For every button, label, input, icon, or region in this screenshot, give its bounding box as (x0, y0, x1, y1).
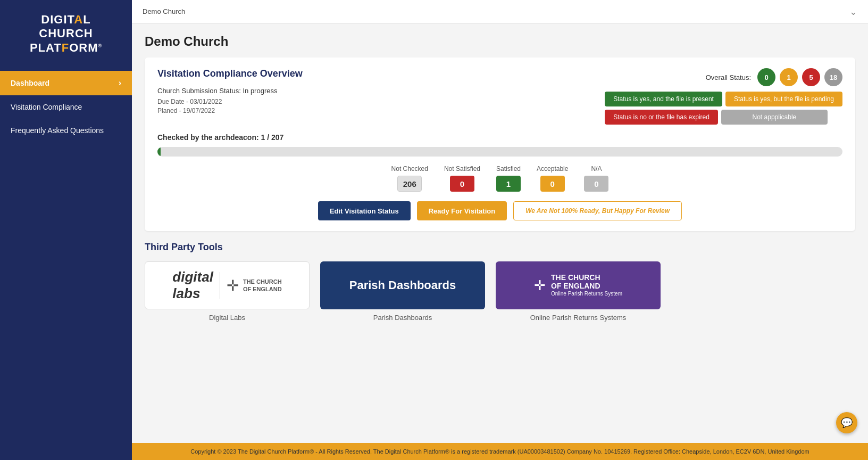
overall-status-row: Overall Status: 0 1 5 18 (706, 68, 842, 86)
chat-bubble[interactable]: 💬 (836, 412, 857, 433)
sidebar-item-faq-label: Frequently Asked Questions (11, 126, 104, 135)
sidebar: DIGITAL CHURCH PLATFORM® Dashboard › Vis… (0, 0, 132, 460)
breadcrumb: Demo Church (143, 7, 185, 15)
count-acceptable: Acceptable 0 (537, 165, 568, 192)
england-logo: ✛ THE CHURCHOF ENGLAND Online Parish Ret… (534, 273, 622, 298)
digital-labs-card[interactable]: digitallabs ✛ THE CHURCH OF ENGLAND (145, 261, 310, 309)
count-not-satisfied: Not Satisfied 0 (444, 165, 480, 192)
chat-icon: 💬 (841, 417, 853, 429)
status-badge-yellow: 1 (780, 68, 798, 86)
sidebar-item-faq[interactable]: Frequently Asked Questions (0, 119, 132, 142)
sidebar-item-dashboard[interactable]: Dashboard › (0, 71, 132, 95)
sidebar-logo: DIGITAL CHURCH PLATFORM® (0, 0, 132, 65)
third-party-section: Third Party Tools digitallabs ✛ T (145, 242, 855, 322)
online-parish-card[interactable]: ✛ THE CHURCHOF ENGLAND Online Parish Ret… (496, 261, 661, 309)
sidebar-nav: Dashboard › Visitation Compliance Freque… (0, 71, 132, 142)
legend-row-1: Status is yes, and the file is present S… (605, 92, 842, 106)
compliance-right: Overall Status: 0 1 5 18 (594, 68, 842, 125)
content-area: Demo Church Visitation Compliance Overvi… (132, 23, 868, 443)
digital-labs-text: digitallabs (172, 269, 213, 302)
main-content: Demo Church ⌄ Demo Church Visitation Com… (132, 0, 868, 460)
footer-text: Copyright © 2023 The Digital Church Plat… (190, 448, 809, 455)
status-badge-green: 0 (757, 68, 775, 86)
not-ready-button[interactable]: We Are Not 100% Ready, But Happy For Rev… (513, 201, 682, 220)
logo-text: DIGITAL CHURCH PLATFORM® (11, 13, 121, 55)
progress-label: Checked by the archdeacon: 1 / 207 (157, 133, 842, 142)
legend-red: Status is no or the file has expired (605, 110, 718, 125)
legend-gray: Not appplicable (721, 110, 828, 125)
compliance-header: Visitation Compliance Overview Church Su… (157, 68, 842, 125)
status-badge-red: 5 (802, 68, 820, 86)
sidebar-item-visitation-compliance[interactable]: Visitation Compliance (0, 95, 132, 119)
church-england-logo: ✛ THE CHURCH OF ENGLAND (227, 277, 282, 294)
status-counts: Not Checked 206 Not Satisfied 0 (157, 165, 842, 192)
compliance-left: Visitation Compliance Overview Church Su… (157, 68, 303, 114)
progress-bar-fill (157, 147, 161, 157)
legend-yellow: Status is yes, but the file is pending (725, 92, 842, 106)
chevron-right-icon: › (119, 78, 121, 88)
parish-dashboards-text: Parish Dashboards (349, 278, 456, 292)
action-buttons: Edit Visitation Status Ready For Visitat… (157, 201, 842, 220)
england-text-block: THE CHURCHOF ENGLAND Online Parish Retur… (551, 273, 622, 298)
third-party-title: Third Party Tools (145, 242, 855, 253)
tool-parish-dashboards: Parish Dashboards Parish Dashboards (320, 261, 485, 322)
cross-icon: ✛ (227, 277, 239, 294)
parish-dashboards-card[interactable]: Parish Dashboards (320, 261, 485, 309)
due-date: Due Date - 03/01/2022 (157, 98, 303, 105)
top-bar: Demo Church ⌄ (132, 0, 868, 23)
legend-green: Status is yes, and the file is present (605, 92, 722, 106)
count-badge-not-satisfied: 0 (450, 176, 474, 192)
sidebar-item-visitation-label: Visitation Compliance (11, 103, 82, 111)
visitation-compliance-card: Visitation Compliance Overview Church Su… (145, 58, 855, 231)
footer: Copyright © 2023 The Digital Church Plat… (132, 443, 868, 460)
legend-row-2: Status is no or the file has expired Not… (605, 110, 842, 125)
overall-status-label: Overall Status: (706, 73, 751, 81)
digital-labs-label: Digital Labs (209, 314, 245, 322)
tool-digital-labs: digitallabs ✛ THE CHURCH OF ENGLAND (145, 261, 310, 322)
parish-dashboards-label: Parish Dashboards (373, 314, 432, 322)
progress-bar (157, 147, 842, 157)
count-badge-na: 0 (584, 176, 608, 192)
section-title: Visitation Compliance Overview (157, 68, 303, 79)
status-badge-gray: 18 (824, 68, 842, 86)
user-menu-icon[interactable]: ⌄ (849, 6, 857, 18)
page-title: Demo Church (145, 34, 855, 49)
count-badge-satisfied: 1 (496, 176, 521, 192)
count-badge-not-checked: 206 (397, 176, 422, 192)
count-na: N/A 0 (584, 165, 608, 192)
count-badge-acceptable: 0 (540, 176, 565, 192)
england-main-text: THE CHURCHOF ENGLAND (551, 273, 622, 290)
count-satisfied: Satisfied 1 (496, 165, 521, 192)
cross-white-icon: ✛ (534, 277, 546, 294)
progress-section: Checked by the archdeacon: 1 / 207 Not C… (157, 133, 842, 220)
planned-date: Planed - 19/07/2022 (157, 107, 303, 114)
status-info: Church Submission Status: In progress Du… (157, 87, 303, 114)
online-parish-label: Online Parish Returns Systems (530, 314, 627, 322)
submission-status: Church Submission Status: In progress (157, 87, 303, 95)
legend: Status is yes, and the file is present S… (605, 92, 842, 125)
edit-visitation-button[interactable]: Edit Visitation Status (318, 201, 411, 220)
divider (220, 272, 220, 299)
church-england-text: THE CHURCH OF ENGLAND (243, 278, 282, 293)
digital-labs-content: digitallabs ✛ THE CHURCH OF ENGLAND (162, 269, 292, 302)
england-sub-text: Online Parish Returns System (551, 290, 622, 298)
ready-visitation-button[interactable]: Ready For Visitation (417, 201, 507, 220)
count-not-checked: Not Checked 206 (391, 165, 428, 192)
sidebar-item-dashboard-label: Dashboard (11, 79, 49, 87)
tool-online-parish: ✛ THE CHURCHOF ENGLAND Online Parish Ret… (496, 261, 661, 322)
tools-grid: digitallabs ✛ THE CHURCH OF ENGLAND (145, 261, 855, 322)
